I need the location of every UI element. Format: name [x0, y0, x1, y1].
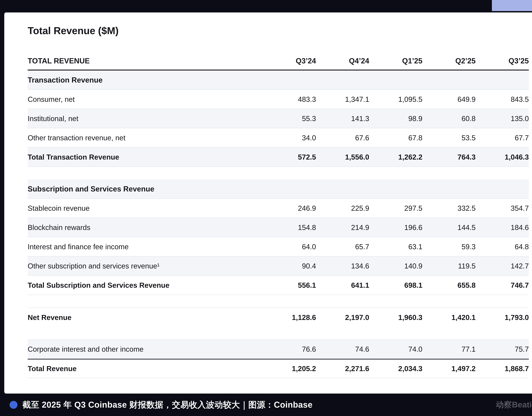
cell-q3-24: 1,205.2: [263, 365, 316, 373]
cell-q4-24: 141.3: [316, 114, 369, 123]
cell-q3-25: 354.7: [475, 204, 529, 212]
cell-q1-25: 196.6: [369, 224, 422, 231]
cell-q3-24: 1,128.6: [263, 313, 316, 321]
footer-caption: 截至 2025 年 Q3 Coinbase 财报数据，交易收入波动较大｜图源：C…: [22, 399, 313, 410]
cell-q2-25: 119.5: [422, 262, 475, 270]
table-row-other-transaction-revenue: Other transaction revenue, net 34.0 67.6…: [28, 128, 529, 148]
cell-q4-24: 225.9: [316, 204, 369, 212]
header-col-q2-25: Q2’25: [422, 57, 475, 65]
table-row-institutional-net: Institutional, net 55.3 141.3 98.9 60.8 …: [28, 109, 529, 128]
cell-q3-24: 246.9: [263, 204, 316, 212]
cell-q3-24: 64.0: [263, 243, 316, 251]
cell-q1-25: 98.9: [369, 114, 422, 123]
cell-q3-25: 135.0: [475, 114, 529, 123]
cell-q4-24: 2,197.0: [316, 313, 369, 321]
header-col-q3-25: Q3’25: [475, 57, 529, 65]
chart-title: Total Revenue ($M): [28, 25, 529, 37]
cell-q3-25: 184.6: [475, 224, 529, 231]
row-label: Other subscription and services revenue¹: [28, 262, 263, 270]
cell-q1-25: 74.0: [369, 345, 422, 353]
row-label: Blockchain rewards: [28, 224, 263, 231]
cell-q4-24: 74.6: [316, 345, 369, 353]
cell-q2-25: 77.1: [422, 345, 475, 353]
cell-q2-25: 655.8: [422, 281, 475, 289]
table-row-blockchain-rewards: Blockchain rewards 154.8 214.9 196.6 144…: [28, 218, 529, 237]
cell-q2-25: 1,497.2: [422, 365, 475, 373]
page-frame: Total Revenue ($M) TOTAL REVENUE Q3’24 Q…: [0, 0, 532, 416]
cell-q2-25: 764.3: [422, 153, 475, 161]
cell-q4-24: 65.7: [316, 243, 369, 251]
cell-q2-25: 332.5: [422, 204, 475, 212]
accent-corner-bar: [492, 0, 532, 11]
watermark-en: Beating: [512, 400, 532, 409]
table-header-row: TOTAL REVENUE Q3’24 Q4’24 Q1’25 Q2’25 Q3…: [28, 52, 529, 71]
caption-bullet-icon: [10, 401, 18, 409]
cell-q4-24: 1,347.1: [316, 95, 369, 103]
cell-q3-25: 746.7: [475, 281, 529, 289]
cell-q2-25: 60.8: [422, 114, 475, 123]
cell-q1-25: 1,095.5: [369, 95, 422, 103]
cell-q2-25: 59.3: [422, 243, 475, 251]
header-col-q1-25: Q1’25: [369, 57, 422, 65]
table-row-total-revenue: Total Revenue 1,205.2 2,271.6 2,034.3 1,…: [28, 359, 529, 378]
cell-q3-24: 34.0: [263, 134, 316, 142]
row-label: Net Revenue: [28, 313, 263, 321]
row-label: Stablecoin revenue: [28, 204, 263, 212]
table-row-consumer-net: Consumer, net 483.3 1,347.1 1,095.5 649.…: [28, 90, 529, 109]
table-row-net-revenue: Net Revenue 1,128.6 2,197.0 1,960.3 1,42…: [28, 308, 529, 327]
table-row-other-subscription-services: Other subscription and services revenue¹…: [28, 256, 529, 276]
cell-q3-25: 142.7: [475, 262, 529, 270]
table-row-interest-finance-fee-income: Interest and finance fee income 64.0 65.…: [28, 237, 529, 256]
cell-q2-25: 1,420.1: [422, 313, 475, 321]
cell-q3-24: 572.5: [263, 153, 316, 161]
cell-q3-24: 76.6: [263, 345, 316, 353]
cell-q2-25: 144.5: [422, 224, 475, 231]
section-row-transaction-revenue: Transaction Revenue: [28, 71, 529, 90]
section-row-subscription-services: Subscription and Services Revenue: [28, 180, 529, 199]
row-label: Other transaction revenue, net: [28, 134, 263, 142]
cell-q3-25: 64.8: [475, 243, 529, 251]
cell-q1-25: 63.1: [369, 243, 422, 251]
cell-q3-25: 843.5: [475, 95, 529, 103]
content-card: Total Revenue ($M) TOTAL REVENUE Q3’24 Q…: [4, 12, 532, 394]
cell-q4-24: 1,556.0: [316, 153, 369, 161]
watermark-cn: 动察: [496, 400, 512, 409]
cell-q3-25: 67.7: [475, 134, 529, 142]
cell-q2-25: 649.9: [422, 95, 475, 103]
cell-q4-24: 67.6: [316, 134, 369, 142]
row-label: Total Revenue: [28, 365, 263, 373]
cell-q1-25: 2,034.3: [369, 365, 422, 373]
header-col-q3-24: Q3’24: [263, 57, 316, 65]
cell-q1-25: 1,960.3: [369, 313, 422, 321]
cell-q4-24: 214.9: [316, 224, 369, 231]
row-label: Corporate interest and other income: [28, 345, 263, 353]
table-spacer: [28, 295, 529, 308]
footer-bar: 截至 2025 年 Q3 Coinbase 财报数据，交易收入波动较大｜图源：C…: [0, 394, 532, 416]
header-total-revenue: TOTAL REVENUE: [28, 57, 263, 65]
cell-q1-25: 698.1: [369, 281, 422, 289]
cell-q3-25: 1,868.7: [475, 365, 529, 373]
cell-q3-25: 1,046.3: [475, 153, 529, 161]
row-label: Institutional, net: [28, 114, 263, 123]
row-label: Interest and finance fee income: [28, 243, 263, 251]
cell-q3-24: 483.3: [263, 95, 316, 103]
revenue-table: TOTAL REVENUE Q3’24 Q4’24 Q1’25 Q2’25 Q3…: [28, 52, 529, 378]
row-label: Consumer, net: [28, 95, 263, 103]
cell-q3-24: 154.8: [263, 224, 316, 231]
section-label: Transaction Revenue: [28, 76, 263, 84]
cell-q1-25: 1,262.2: [369, 153, 422, 161]
cell-q3-25: 75.7: [475, 345, 529, 353]
cell-q1-25: 297.5: [369, 204, 422, 212]
table-spacer: [28, 327, 529, 340]
row-label: Total Subscription and Services Revenue: [28, 281, 263, 289]
cell-q3-25: 1,793.0: [475, 313, 529, 321]
cell-q1-25: 140.9: [369, 262, 422, 270]
cell-q1-25: 67.8: [369, 134, 422, 142]
cell-q3-24: 90.4: [263, 262, 316, 270]
cell-q4-24: 134.6: [316, 262, 369, 270]
table-spacer: [28, 167, 529, 180]
cell-q4-24: 641.1: [316, 281, 369, 289]
table-row-total-transaction-revenue: Total Transaction Revenue 572.5 1,556.0 …: [28, 148, 529, 167]
table-row-stablecoin-revenue: Stablecoin revenue 246.9 225.9 297.5 332…: [28, 199, 529, 218]
header-col-q4-24: Q4’24: [316, 57, 369, 65]
